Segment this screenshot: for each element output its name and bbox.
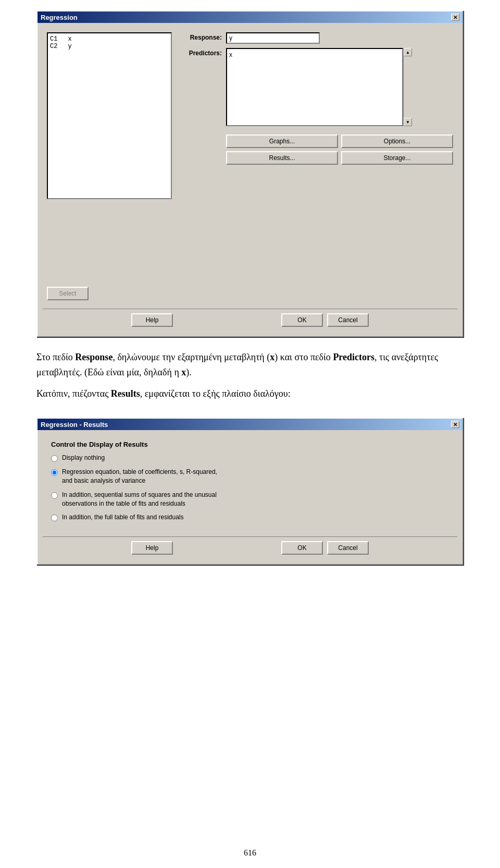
scroll-down-button[interactable]: ▼ <box>404 118 412 126</box>
response-label: Response: <box>180 32 222 41</box>
storage-button[interactable]: Storage... <box>341 151 453 165</box>
bottom-buttons: Help OK Cancel <box>43 309 457 331</box>
paragraph1: Στο πεδίο Response, δηλώνουμε την εξαρτη… <box>36 350 464 380</box>
var-name-y: y <box>68 43 71 50</box>
results-ok-button[interactable]: OK <box>281 541 323 555</box>
results-button[interactable]: Results... <box>226 151 338 165</box>
left-panel: C1 x C2 y Select <box>47 32 172 300</box>
predictors-row: Predictors: x ▲ ▼ <box>180 48 453 126</box>
text-section: Στο πεδίο Response, δηλώνουμε την εξαρτη… <box>36 350 464 407</box>
results-section-title: Control the Display of Results <box>51 441 449 448</box>
results-dialog: Regression - Results ✕ Control the Displ… <box>36 418 464 565</box>
variable-item-c2: C2 y <box>50 43 169 50</box>
response-row: Response: <box>180 32 453 44</box>
results-radio-group: Control the Display of Results Display n… <box>43 435 457 532</box>
radio-item-1: Display nothing <box>51 454 449 462</box>
scroll-up-button[interactable]: ▲ <box>404 48 412 56</box>
radio-regression-equation[interactable] <box>51 469 58 476</box>
paragraph2: Κατόπιν, πιέζοντας Results, εμφανίζεται … <box>36 386 464 401</box>
radio-label-1: Display nothing <box>62 454 105 462</box>
results-bottom-buttons: Help OK Cancel <box>43 536 457 559</box>
radio-display-nothing[interactable] <box>51 455 58 462</box>
var-col-c2: C2 <box>50 43 57 50</box>
predictors-scrollbar: ▲ ▼ <box>403 48 411 126</box>
action-buttons: Graphs... Options... Results... Storage.… <box>226 135 453 165</box>
regression-title: Regression <box>41 14 78 21</box>
radio-label-2: Regression equation, table of coefficien… <box>62 468 217 485</box>
results-cancel-button[interactable]: Cancel <box>327 541 369 555</box>
options-button[interactable]: Options... <box>341 135 453 148</box>
predictors-input[interactable]: x <box>226 48 403 126</box>
results-titlebar: Regression - Results ✕ <box>38 419 463 430</box>
var-name-x: x <box>68 35 71 43</box>
regression-close-button[interactable]: ✕ <box>451 14 459 21</box>
radio-item-3: In addition, sequential sums of squares … <box>51 491 449 508</box>
ok-button[interactable]: OK <box>281 313 323 327</box>
radio-label-4: In addition, the full table of fits and … <box>62 513 183 522</box>
variable-list[interactable]: C1 x C2 y <box>47 32 172 199</box>
predictors-container: x ▲ ▼ <box>226 48 411 126</box>
variable-item-c1: C1 x <box>50 35 169 43</box>
graphs-button[interactable]: Graphs... <box>226 135 338 148</box>
page-number: 616 <box>21 833 479 858</box>
regression-dialog: Regression ✕ C1 x C2 y Select <box>36 10 464 337</box>
predictors-label: Predictors: <box>180 48 222 57</box>
page-number-text: 616 <box>244 848 256 857</box>
right-panel: Response: Predictors: x ▲ ▼ <box>180 32 453 300</box>
response-input[interactable] <box>226 32 320 44</box>
var-col-c1: C1 <box>50 35 57 43</box>
results-title: Regression - Results <box>41 421 108 429</box>
help-button[interactable]: Help <box>131 313 173 327</box>
results-close-button[interactable]: ✕ <box>451 421 459 428</box>
cancel-button[interactable]: Cancel <box>327 313 369 327</box>
radio-full-table[interactable] <box>51 515 58 521</box>
results-help-button[interactable]: Help <box>131 541 173 555</box>
regression-titlebar: Regression ✕ <box>38 11 463 23</box>
radio-item-4: In addition, the full table of fits and … <box>51 513 449 522</box>
radio-label-3: In addition, sequential sums of squares … <box>62 491 217 508</box>
radio-item-2: Regression equation, table of coefficien… <box>51 468 449 485</box>
radio-sequential-sums[interactable] <box>51 492 58 499</box>
select-button: Select <box>47 287 89 300</box>
